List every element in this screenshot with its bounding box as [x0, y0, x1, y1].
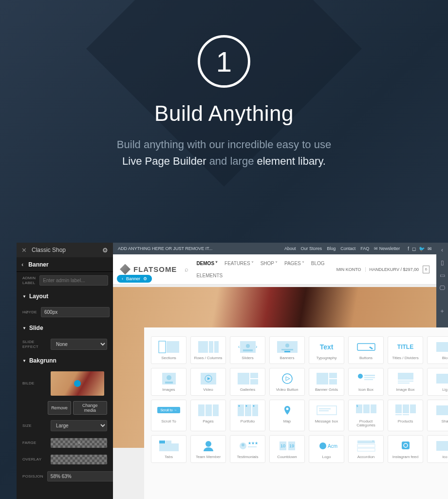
element-scroll-to[interactable]: Scroll to →Scroll To: [151, 400, 187, 432]
element-instagram-feed[interactable]: Instagram feed: [388, 435, 423, 463]
link-newsletter[interactable]: ✉ Newsletter: [374, 246, 400, 251]
element-video-button[interactable]: Video Button: [269, 368, 305, 396]
mobile-icon[interactable]: ▯: [441, 259, 444, 266]
remove-button[interactable]: Remove: [48, 401, 71, 415]
element-logo[interactable]: AcmeLogo: [309, 435, 344, 463]
nav-elements[interactable]: ELEMENTS: [196, 273, 328, 278]
cart-link[interactable]: HANDLEKURV / $297,00: [365, 267, 419, 272]
element-sha[interactable]: Sha: [427, 400, 448, 432]
color-label: FARGE: [22, 441, 47, 445]
element-label: Product Categories: [351, 420, 381, 428]
svg-rect-77: [402, 441, 410, 449]
element-tabs[interactable]: Tabs: [151, 435, 187, 463]
link-about[interactable]: About: [284, 246, 296, 251]
element-countdown[interactable]: 1019Countdown: [269, 435, 305, 463]
element-icon-box[interactable]: Icon Box: [348, 368, 384, 396]
element-sliders[interactable]: ‹›Sliders: [230, 336, 265, 364]
height-label: HØYDE: [22, 310, 37, 315]
change-media-button[interactable]: Change media: [73, 401, 107, 415]
sidebar: ✕ Classic Shop ⚙ ‹ Banner ADMIN LABEL ▼L…: [17, 243, 113, 499]
element-label: Banners: [280, 356, 295, 361]
svg-rect-0: [159, 341, 166, 353]
svg-point-44: [253, 405, 254, 406]
nav-shop[interactable]: SHOP ˅: [261, 261, 278, 266]
element-banner-grids[interactable]: Banner Grids: [309, 368, 344, 396]
element-products[interactable]: Products: [388, 400, 423, 432]
element-banners[interactable]: Banners: [269, 336, 305, 364]
element-rows-columns[interactable]: Rows / Columns: [190, 336, 226, 364]
element-video[interactable]: Video: [190, 368, 226, 396]
element-image-box[interactable]: Image Box: [388, 368, 423, 396]
element-portfolio[interactable]: Portfolio: [230, 400, 265, 432]
chevron-left-icon[interactable]: ‹: [21, 261, 23, 268]
element-images[interactable]: Images: [151, 368, 187, 396]
element-label: Countdown: [277, 455, 297, 460]
gear-icon[interactable]: ⚙: [102, 247, 108, 254]
element-blo[interactable]: Blo: [427, 336, 448, 364]
section-layout[interactable]: ▼Layout: [17, 289, 113, 304]
desktop-icon[interactable]: 🖵: [439, 285, 445, 291]
account-link[interactable]: MIN KONTO: [336, 267, 361, 272]
link-contact[interactable]: Contact: [340, 246, 355, 251]
svg-rect-23: [250, 379, 258, 384]
link-blog[interactable]: Blog: [327, 246, 336, 251]
element-label: Sections: [161, 356, 176, 361]
element-titles-dividers[interactable]: TITLETitles / Dividers: [388, 336, 423, 364]
element-label: Tabs: [165, 455, 173, 460]
element-testimonials[interactable]: ★★★Testimonials: [230, 435, 265, 463]
element-ico[interactable]: ico: [427, 435, 448, 463]
cart-icon[interactable]: 6: [423, 266, 429, 273]
close-icon[interactable]: ✕: [21, 247, 27, 254]
admin-label-input[interactable]: [39, 275, 108, 286]
instagram-icon[interactable]: ◻: [412, 246, 416, 251]
position-input[interactable]: [47, 471, 113, 481]
search-icon[interactable]: ⌕: [185, 266, 188, 273]
element-label: Pages: [203, 420, 214, 424]
email-icon[interactable]: ✉: [428, 246, 431, 251]
nav-demos[interactable]: DEMOS ˅: [196, 261, 218, 266]
bg-image-thumb[interactable]: [51, 371, 104, 396]
site-header: FLATSOME ⌕ DEMOS ˅ FEATURES ˅ SHOP ˅ PAG…: [113, 254, 436, 285]
element-label: Buttons: [359, 356, 373, 361]
slide-effect-select[interactable]: None: [51, 339, 107, 350]
svg-rect-66: [248, 446, 257, 447]
size-label: SIZE: [22, 423, 47, 428]
site-logo[interactable]: FLATSOME: [120, 264, 177, 275]
size-select[interactable]: Large: [51, 420, 107, 431]
link-faq[interactable]: FAQ: [360, 246, 369, 251]
element-message-box[interactable]: Message box: [309, 400, 344, 432]
element-pages[interactable]: Pages: [190, 400, 226, 432]
element-lig[interactable]: Lig: [427, 368, 448, 396]
svg-rect-2: [198, 341, 208, 353]
svg-rect-79: [436, 441, 448, 451]
element-product-categories[interactable]: $Product Categories: [348, 400, 384, 432]
section-slide[interactable]: ▼Slide: [17, 321, 113, 335]
section-background[interactable]: ▼Bakgrunn: [17, 353, 113, 368]
element-galleries[interactable]: Galleries: [230, 368, 265, 396]
nav-pages[interactable]: PAGES ˅: [284, 261, 304, 266]
nav-features[interactable]: FEATURES ˅: [224, 261, 254, 266]
nav-blog[interactable]: BLOG: [311, 261, 325, 266]
account-area: MIN KONTO HANDLEKURV / $297,00 6: [336, 266, 429, 273]
plus-icon[interactable]: ＋: [439, 307, 445, 315]
facebook-icon[interactable]: f: [408, 246, 409, 251]
chevron-left-icon[interactable]: ‹: [441, 247, 443, 253]
height-input[interactable]: [41, 307, 110, 317]
element-label: Sliders: [242, 356, 253, 361]
element-buttons[interactable]: Buttons: [348, 336, 384, 364]
tablet-icon[interactable]: ▭: [440, 272, 445, 279]
color-swatch[interactable]: [51, 438, 107, 448]
edit-tag-banner[interactable]: ‹ Banner ⚙: [117, 275, 152, 283]
topstrip-msg: ADD ANYTHING HERE OR JUST REMOVE IT...: [118, 246, 212, 251]
element-accordion[interactable]: ˅Accordion: [348, 435, 384, 463]
breadcrumb[interactable]: ‹ Banner: [17, 257, 113, 272]
overlay-swatch[interactable]: [51, 455, 107, 464]
twitter-icon[interactable]: 🐦: [419, 246, 425, 251]
element-map[interactable]: Map: [269, 400, 305, 432]
element-label: ico: [442, 455, 447, 460]
link-stores[interactable]: Our Stores: [301, 246, 322, 251]
element-typography[interactable]: TextTypography: [309, 336, 344, 364]
element-sections[interactable]: Sections: [151, 336, 187, 364]
svg-text:›: ›: [256, 344, 257, 349]
element-team-member[interactable]: Team Member: [190, 435, 226, 463]
